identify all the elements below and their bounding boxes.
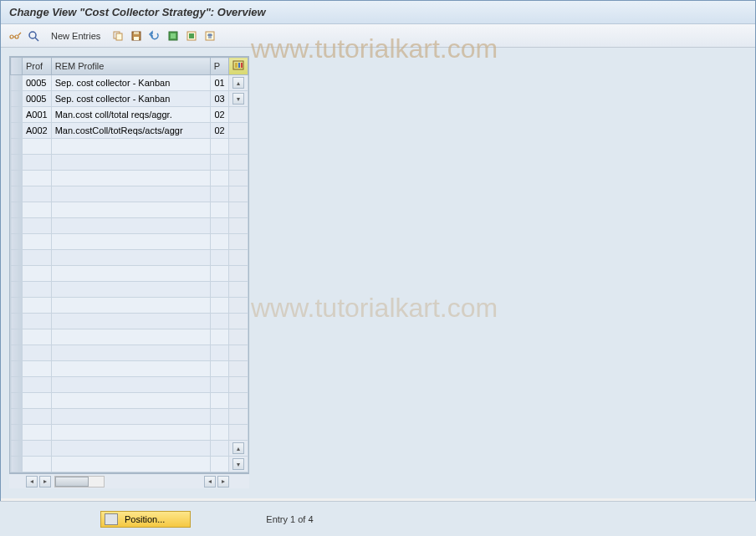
cell-rem[interactable] <box>51 393 210 409</box>
row-selector[interactable] <box>11 409 23 425</box>
save-icon[interactable] <box>129 28 144 43</box>
cell-rem[interactable] <box>51 218 210 234</box>
table-row[interactable] <box>11 298 248 314</box>
row-selector[interactable] <box>11 155 23 171</box>
cell-prof[interactable] <box>23 139 52 155</box>
cell-rem[interactable] <box>51 298 210 314</box>
cell-p[interactable]: 03 <box>210 91 228 107</box>
cell-p[interactable] <box>210 441 228 457</box>
scroll-down2-icon[interactable]: ▾ <box>232 458 244 470</box>
cell-prof[interactable] <box>23 425 52 441</box>
table-row[interactable]: ▴ <box>11 441 248 457</box>
cell-rem[interactable] <box>51 139 210 155</box>
cell-prof[interactable] <box>23 377 52 393</box>
table-row[interactable] <box>11 155 248 171</box>
cell-p[interactable] <box>210 425 228 441</box>
cell-rem[interactable]: Sep. cost collector - Kanban <box>51 91 210 107</box>
row-selector[interactable] <box>11 250 23 266</box>
row-selector[interactable] <box>11 171 23 186</box>
cell-p[interactable] <box>210 377 228 393</box>
cell-prof[interactable] <box>23 202 52 218</box>
cell-prof[interactable] <box>23 155 52 171</box>
cell-prof[interactable] <box>23 266 52 282</box>
cell-rem[interactable] <box>51 314 210 329</box>
delete-icon[interactable] <box>202 28 217 43</box>
table-row[interactable] <box>11 409 248 425</box>
table-row[interactable] <box>11 314 248 329</box>
cell-prof[interactable] <box>23 329 52 345</box>
table-row[interactable] <box>11 425 248 441</box>
cell-rem[interactable] <box>51 171 210 186</box>
row-selector-header[interactable] <box>11 58 23 75</box>
new-entries-button[interactable]: New Entries <box>44 31 107 41</box>
cell-p[interactable] <box>210 250 228 266</box>
row-selector[interactable] <box>11 298 23 314</box>
row-selector[interactable] <box>11 441 23 457</box>
cell-prof[interactable] <box>23 314 52 329</box>
table-row[interactable] <box>11 218 248 234</box>
row-selector[interactable] <box>11 75 23 91</box>
cell-p[interactable] <box>210 298 228 314</box>
magnifier-icon[interactable] <box>26 28 41 43</box>
table-row[interactable]: ▾ <box>11 457 248 472</box>
table-row[interactable] <box>11 139 248 155</box>
cell-p[interactable] <box>210 457 228 472</box>
cell-rem[interactable] <box>51 155 210 171</box>
cell-rem[interactable] <box>51 186 210 202</box>
table-row[interactable] <box>11 329 248 345</box>
row-selector[interactable] <box>11 91 23 107</box>
table-row[interactable] <box>11 171 248 186</box>
cell-prof[interactable]: 0005 <box>23 91 52 107</box>
row-selector[interactable] <box>11 377 23 393</box>
hscroll-first-icon[interactable]: ◂ <box>26 476 38 488</box>
table-row[interactable] <box>11 393 248 409</box>
cell-rem[interactable] <box>51 361 210 377</box>
cell-rem[interactable] <box>51 409 210 425</box>
scroll-up2-icon[interactable]: ▴ <box>232 442 244 454</box>
cell-prof[interactable]: A001 <box>23 107 52 123</box>
row-selector[interactable] <box>11 234 23 250</box>
cell-p[interactable] <box>210 345 228 361</box>
cell-prof[interactable] <box>23 393 52 409</box>
cell-rem[interactable]: Man.cost coll/total reqs/aggr. <box>51 107 210 123</box>
scroll-down-icon[interactable]: ▾ <box>232 93 244 105</box>
cell-p[interactable] <box>210 234 228 250</box>
cell-prof[interactable] <box>23 282 52 298</box>
table-row[interactable] <box>11 345 248 361</box>
cell-rem[interactable]: Man.costColl/totReqs/acts/aggr <box>51 123 210 139</box>
cell-prof[interactable] <box>23 298 52 314</box>
hscroll-thumb[interactable] <box>55 477 89 487</box>
cell-prof[interactable] <box>23 345 52 361</box>
row-selector[interactable] <box>11 314 23 329</box>
col-header-prof[interactable]: Prof <box>23 58 52 75</box>
row-selector[interactable] <box>11 457 23 472</box>
cell-p[interactable] <box>210 218 228 234</box>
cell-prof[interactable] <box>23 218 52 234</box>
row-selector[interactable] <box>11 282 23 298</box>
row-selector[interactable] <box>11 202 23 218</box>
cell-p[interactable] <box>210 266 228 282</box>
row-selector[interactable] <box>11 123 23 139</box>
table-row[interactable] <box>11 266 248 282</box>
table-row[interactable]: A001Man.cost coll/total reqs/aggr.02 <box>11 107 248 123</box>
deselect-all-icon[interactable] <box>184 28 199 43</box>
cell-p[interactable]: 01 <box>210 75 228 91</box>
cell-p[interactable] <box>210 155 228 171</box>
row-selector[interactable] <box>11 266 23 282</box>
col-header-rem[interactable]: REM Profile <box>51 58 210 75</box>
copy-icon[interactable] <box>110 28 125 43</box>
table-row[interactable]: 0005Sep. cost collector - Kanban01▴ <box>11 75 248 91</box>
table-row[interactable]: A002Man.costColl/totReqs/acts/aggr02 <box>11 123 248 139</box>
select-all-icon[interactable] <box>166 28 181 43</box>
cell-p[interactable] <box>210 329 228 345</box>
table-config-icon[interactable] <box>228 58 248 75</box>
row-selector[interactable] <box>11 393 23 409</box>
cell-p[interactable] <box>210 282 228 298</box>
row-selector[interactable] <box>11 425 23 441</box>
row-selector[interactable] <box>11 186 23 202</box>
cell-rem[interactable] <box>51 345 210 361</box>
cell-rem[interactable] <box>51 202 210 218</box>
cell-prof[interactable] <box>23 171 52 186</box>
cell-p[interactable] <box>210 361 228 377</box>
scroll-up-icon[interactable]: ▴ <box>232 77 244 89</box>
